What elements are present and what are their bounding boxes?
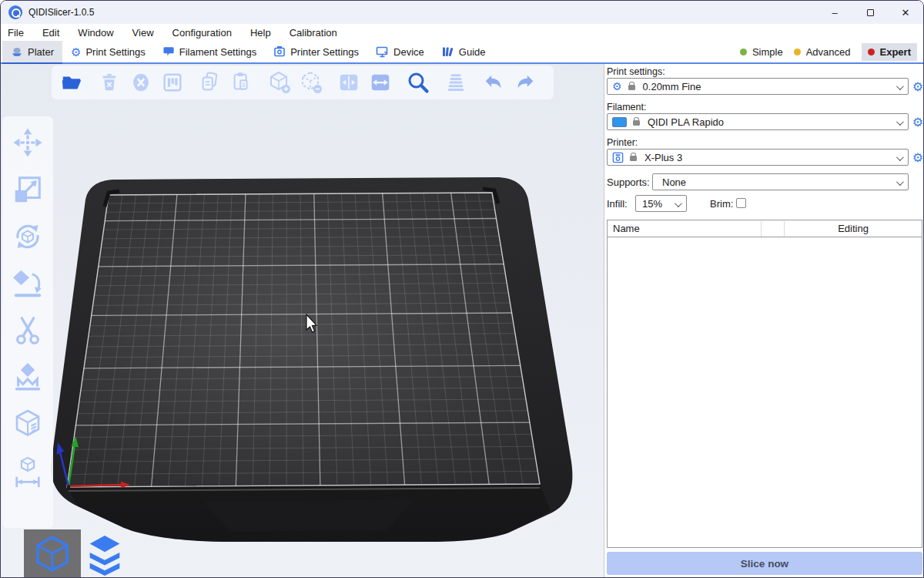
tab-guide-label: Guide (459, 46, 486, 58)
print-settings-combo[interactable]: ⚙ 0.20mm Fine (607, 78, 909, 95)
tab-plater[interactable]: Plater (2, 41, 62, 62)
window-title: QIDISlicer-1.0.5 (28, 7, 94, 18)
column-separator (761, 221, 762, 237)
filament-combo[interactable]: QIDI PLA Rapido (607, 113, 909, 130)
supports-combo[interactable]: None (652, 173, 909, 190)
app-window: QIDISlicer-1.0.5 – ✕ File Edit Window Vi… (0, 0, 924, 578)
minimize-button[interactable]: – (817, 1, 852, 24)
tab-bar: Plater ⚙ Print Settings Filament Setting… (1, 41, 923, 64)
object-manipulation-toolbar (2, 116, 53, 528)
3d-viewport[interactable] (1, 64, 604, 578)
mode-advanced[interactable]: Advanced (794, 46, 851, 58)
chevron-down-icon (896, 82, 904, 90)
close-button[interactable]: ✕ (888, 1, 923, 24)
filament-icon (162, 46, 175, 58)
measure-button[interactable] (11, 455, 45, 489)
infill-value: 15% (642, 198, 662, 210)
preview-view-button[interactable] (81, 531, 129, 578)
menu-bar: File Edit Window View Configuration Help… (1, 24, 923, 41)
cut-button[interactable] (11, 314, 45, 348)
infill-combo[interactable]: 15% (635, 195, 687, 212)
chevron-down-icon (896, 153, 904, 161)
arrange-button[interactable] (160, 70, 185, 95)
printer-value: X-Plus 3 (644, 152, 682, 163)
chevron-down-icon (675, 200, 682, 207)
printer-combo[interactable]: X-Plus 3 (607, 149, 909, 166)
tab-guide[interactable]: Guide (433, 41, 494, 62)
delete-button[interactable] (97, 70, 122, 95)
delete-all-button[interactable] (129, 70, 153, 95)
mode-simple-label: Simple (752, 46, 783, 58)
menu-configuration[interactable]: Configuration (163, 25, 241, 40)
advanced-dot-icon (794, 49, 801, 55)
filament-label: Filament: (607, 102, 646, 113)
maximize-button[interactable] (852, 1, 888, 24)
lock-icon (628, 85, 635, 90)
split-to-objects-button[interactable] (336, 70, 361, 95)
3d-editor-view-button[interactable] (24, 529, 81, 578)
column-name: Name (613, 223, 640, 234)
mode-expert[interactable]: Expert (862, 43, 917, 61)
tab-filament-settings[interactable]: Filament Settings (154, 41, 265, 62)
print-settings-value: 0.20mm Fine (643, 81, 701, 92)
plater-toolbar (52, 66, 554, 99)
menu-calibration[interactable]: Calibration (280, 25, 346, 40)
add-instance-button[interactable] (267, 70, 292, 95)
plater-icon (11, 46, 23, 58)
seam-button[interactable] (11, 408, 45, 442)
paint-support-button[interactable] (11, 361, 45, 395)
scale-button[interactable] (11, 173, 45, 207)
slice-now-button[interactable]: Slice now (607, 552, 922, 575)
print-settings-gear-button[interactable]: ⚙ (911, 79, 924, 93)
variable-layer-height-button[interactable] (444, 70, 468, 95)
menu-edit[interactable]: Edit (33, 25, 69, 40)
menu-file[interactable]: File (7, 25, 33, 40)
layers-preview-icon (85, 533, 125, 576)
supports-label: Supports: (607, 176, 650, 188)
filament-gear-button[interactable]: ⚙ (911, 115, 924, 129)
view-mode-toggles (24, 529, 129, 578)
search-button[interactable] (406, 70, 430, 95)
tab-print-settings-label: Print Settings (85, 46, 145, 58)
supports-value: None (662, 176, 686, 188)
filament-value: QIDI PLA Rapido (648, 116, 724, 128)
menu-help[interactable]: Help (241, 25, 280, 40)
mode-expert-label: Expert (880, 46, 911, 58)
gear-icon: ⚙ (612, 81, 622, 92)
cube-3d-icon (34, 534, 71, 574)
column-editing: Editing (784, 223, 922, 234)
tab-printer-settings[interactable]: Printer Settings (265, 41, 367, 62)
filament-color-swatch (612, 117, 627, 127)
print-settings-label: Print settings: (607, 66, 665, 77)
menu-window[interactable]: Window (69, 25, 122, 40)
undo-button[interactable] (481, 70, 506, 95)
printer-gear-button[interactable]: ⚙ (911, 150, 924, 164)
tab-print-settings[interactable]: ⚙ Print Settings (62, 41, 154, 62)
chevron-down-icon (896, 178, 904, 186)
menu-view[interactable]: View (123, 25, 163, 40)
printer-icon (273, 45, 286, 58)
object-list[interactable]: Name Editing (607, 220, 922, 548)
place-on-face-button[interactable] (11, 267, 45, 301)
paste-button[interactable] (229, 70, 254, 95)
app-logo-icon (8, 5, 22, 19)
gear-icon: ⚙ (71, 46, 81, 58)
brim-checkbox[interactable] (736, 198, 746, 208)
maximize-icon (867, 9, 874, 16)
copy-button[interactable] (198, 70, 223, 95)
split-to-parts-button[interactable] (368, 70, 393, 95)
tab-plater-label: Plater (28, 46, 54, 58)
brim-label: Brim: (710, 198, 733, 210)
move-button[interactable] (11, 126, 45, 160)
mode-switcher: Simple Advanced Expert (740, 43, 919, 61)
infill-label: Infill: (607, 198, 628, 210)
mode-simple[interactable]: Simple (740, 46, 783, 58)
device-icon (376, 45, 389, 58)
redo-button[interactable] (513, 70, 537, 95)
bed-front-lip (203, 499, 415, 532)
rotate-button[interactable] (11, 220, 45, 254)
open-button[interactable] (59, 70, 84, 95)
remove-instance-button[interactable] (299, 70, 323, 95)
lock-icon (630, 156, 637, 161)
tab-device[interactable]: Device (367, 41, 433, 62)
